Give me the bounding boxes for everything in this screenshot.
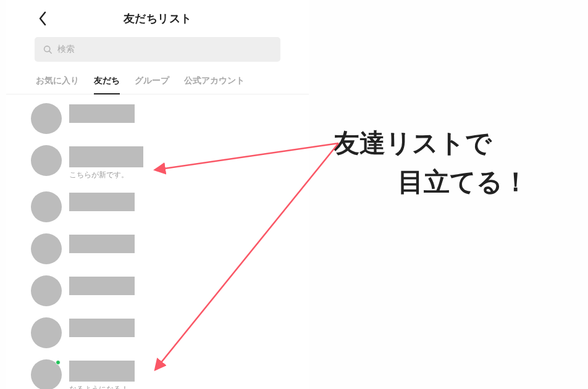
name-block <box>69 275 135 295</box>
list-item[interactable] <box>31 103 309 134</box>
page-title: 友だちリスト <box>124 11 192 26</box>
avatar[interactable] <box>31 317 62 348</box>
avatar[interactable] <box>31 233 62 264</box>
avatar[interactable] <box>31 191 62 222</box>
redacted-name <box>69 235 135 253</box>
friends-list: こちらが新です。なるようになる！ <box>6 103 309 389</box>
redacted-name <box>69 146 143 167</box>
tab-favorites[interactable]: お気に入り <box>36 75 79 94</box>
search-icon <box>43 45 52 54</box>
avatar[interactable] <box>31 103 62 134</box>
name-block <box>69 191 135 211</box>
friends-screen: 友だちリスト 検索 お気に入り 友だち グループ 公式アカウント こちらが新です… <box>6 0 309 389</box>
header: 友だちリスト <box>6 0 309 37</box>
presence-dot <box>56 360 61 365</box>
name-block: なるようになる！ <box>69 359 135 389</box>
annotation-line-2: 目立てる！ <box>334 162 588 201</box>
redacted-name <box>69 104 135 123</box>
list-item[interactable] <box>31 317 309 348</box>
tab-friends[interactable]: 友だち <box>94 75 120 94</box>
avatar[interactable] <box>31 145 62 176</box>
redacted-name <box>69 277 135 295</box>
status-text: なるようになる！ <box>69 384 135 389</box>
name-block <box>69 233 135 253</box>
overlay-annotation: 友達リストで 目立てる！ <box>334 123 588 201</box>
redacted-name <box>69 319 135 337</box>
svg-line-1 <box>49 51 51 52</box>
name-block <box>69 103 135 123</box>
list-item[interactable] <box>31 233 309 264</box>
search-input[interactable]: 検索 <box>35 37 280 62</box>
list-item[interactable] <box>31 191 309 222</box>
chevron-left-icon <box>38 11 47 26</box>
search-placeholder: 検索 <box>57 44 75 55</box>
avatar[interactable] <box>31 359 62 389</box>
redacted-name <box>69 193 135 211</box>
list-item[interactable]: なるようになる！ <box>31 359 309 389</box>
list-item[interactable]: こちらが新です。 <box>31 145 309 180</box>
annotation-line-1: 友達リストで <box>334 123 588 162</box>
status-text: こちらが新です。 <box>69 170 143 180</box>
tabs: お気に入り 友だち グループ 公式アカウント <box>6 69 309 94</box>
tab-groups[interactable]: グループ <box>135 75 169 94</box>
list-item[interactable] <box>31 275 309 306</box>
redacted-name <box>69 361 135 382</box>
name-block: こちらが新です。 <box>69 145 143 180</box>
back-button[interactable] <box>38 11 47 28</box>
name-block <box>69 317 135 337</box>
avatar[interactable] <box>31 275 62 306</box>
tab-official[interactable]: 公式アカウント <box>184 75 245 94</box>
